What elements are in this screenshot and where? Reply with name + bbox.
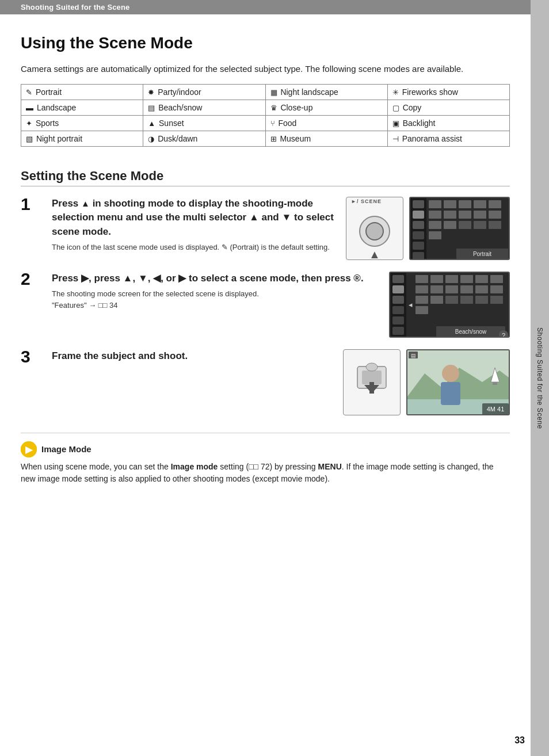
- step-1-images: ►/ SCENE ▲: [346, 197, 510, 260]
- svg-rect-4: [413, 221, 424, 229]
- table-cell: ✎ Portrait: [21, 84, 143, 100]
- step-2-sub-text-1: The shooting mode screen for the selecte…: [52, 289, 382, 299]
- table-row: ✦ Sports ▲ Sunset ⑂ Food ▣ Backlight: [21, 115, 510, 131]
- table-cell: ▬ Landscape: [21, 100, 143, 115]
- svg-text:Beach/snow: Beach/snow: [455, 329, 487, 335]
- step-2-content: Press ▶, press ▲, ▼, ◀, or ▶ to select a…: [52, 272, 510, 338]
- table-cell: ♛ Close-up: [265, 100, 387, 115]
- svg-text:Portrait: Portrait: [473, 251, 491, 257]
- step-2-images: ◂: [389, 272, 510, 338]
- note-title: Image Mode: [41, 444, 92, 454]
- table-cell: ◑ Dusk/dawn: [143, 131, 265, 146]
- svg-rect-33: [392, 327, 404, 335]
- landscape-icon: ▬: [26, 104, 33, 112]
- table-cell: ✳ Fireworks show: [387, 84, 509, 100]
- step-1-sub-text: The icon of the last scene mode used is …: [52, 242, 339, 253]
- step-3-main-text: Frame the subject and shoot.: [52, 349, 336, 364]
- svg-rect-38: [460, 275, 473, 283]
- step-1-content: Press ▲ in shooting mode to display the …: [52, 197, 510, 260]
- svg-rect-42: [430, 285, 443, 293]
- party-icon: ✸: [148, 88, 154, 97]
- step-3-images: ▤ 4M 41: [343, 349, 510, 415]
- night-landscape-icon: ▦: [270, 88, 277, 97]
- step-2-sub-text-2: "Features" → □□ 34: [52, 300, 382, 311]
- museum-icon: ⊞: [270, 135, 277, 143]
- step-2-menu-screen: ◂: [389, 272, 510, 338]
- svg-rect-32: [392, 316, 404, 324]
- step-1-main-text: Press ▲ in shooting mode to display the …: [52, 197, 339, 239]
- closeup-icon: ♛: [270, 104, 277, 112]
- svg-rect-14: [444, 211, 456, 219]
- note-icon: ▶: [21, 441, 37, 457]
- night-portrait-icon: ▧: [26, 135, 33, 143]
- svg-rect-50: [460, 296, 473, 304]
- svg-rect-19: [444, 221, 456, 229]
- svg-rect-21: [474, 221, 486, 229]
- svg-text:4M  41: 4M 41: [487, 406, 505, 413]
- svg-rect-7: [413, 252, 424, 260]
- header-bar: Shooting Suited for the Scene: [0, 0, 531, 14]
- svg-rect-2: [413, 200, 424, 208]
- step-2-main-text: Press ▶, press ▲, ▼, ◀, or ▶ to select a…: [52, 272, 382, 286]
- note-title-row: ▶ Image Mode: [21, 441, 510, 457]
- table-cell: ⊞ Museum: [265, 131, 387, 146]
- beach-icon: ▤: [148, 104, 155, 112]
- scene-label: Copy: [403, 103, 422, 112]
- table-cell: ▲ Sunset: [143, 115, 265, 131]
- svg-text:▶: ▶: [25, 445, 33, 455]
- page-number: 33: [514, 735, 525, 746]
- page-title: Using the Scene Mode: [21, 34, 510, 52]
- step-2-row: 2 Press ▶, press ▲, ▼, ◀, or ▶ to select…: [21, 272, 510, 338]
- scene-label: Portrait: [36, 87, 62, 97]
- svg-rect-16: [474, 211, 486, 219]
- table-cell: ⑂ Food: [265, 115, 387, 131]
- svg-rect-52: [490, 296, 503, 304]
- scene-label: Close-up: [280, 103, 312, 112]
- svg-rect-15: [459, 211, 471, 219]
- table-cell: ✦ Sports: [21, 115, 143, 131]
- steps-container: 1 Press ▲ in shooting mode to display th…: [21, 197, 510, 415]
- scene-label: Night landscape: [280, 87, 338, 97]
- side-tab-text: Shooting Suited for the Scene: [536, 327, 544, 429]
- svg-rect-51: [475, 296, 488, 304]
- scene-label: Sports: [36, 119, 59, 128]
- scene-label: Beach/snow: [158, 103, 202, 112]
- svg-rect-35: [415, 275, 428, 283]
- dusk-icon: ◑: [148, 135, 154, 143]
- svg-rect-49: [445, 296, 458, 304]
- step-3-shutter-illustration: [343, 349, 401, 415]
- sports-icon: ✦: [26, 119, 32, 128]
- table-row: ▬ Landscape ▤ Beach/snow ♛ Close-up ▢ Co…: [21, 100, 510, 115]
- svg-rect-9: [444, 200, 456, 208]
- svg-text:▤: ▤: [411, 353, 416, 358]
- side-tab: Shooting Suited for the Scene: [531, 0, 549, 756]
- image-mode-icon: ▶: [21, 441, 37, 457]
- table-cell: ⊣ Panorama assist: [387, 131, 509, 146]
- shutter-svg: [352, 362, 392, 402]
- step-3-camera-preview: ▤ 4M 41: [406, 349, 510, 415]
- header-section-label: Shooting Suited for the Scene: [21, 3, 129, 12]
- svg-rect-39: [475, 275, 488, 283]
- svg-rect-47: [415, 296, 428, 304]
- step-1-row: 1 Press ▲ in shooting mode to display th…: [21, 197, 510, 260]
- step-1-number: 1: [21, 194, 41, 214]
- step-1-menu-svg: Portrait: [409, 197, 510, 260]
- step-1-camera-button-illustration: ►/ SCENE ▲: [346, 197, 403, 260]
- svg-rect-3: [413, 211, 424, 219]
- sunset-icon: ▲: [148, 119, 155, 128]
- svg-rect-29: [392, 285, 404, 293]
- camera-button-circle: [359, 216, 390, 247]
- scene-label: Fireworks show: [402, 87, 458, 97]
- table-cell: ▢ Copy: [387, 100, 509, 115]
- svg-rect-30: [392, 296, 404, 304]
- intro-text: Camera settings are automatically optimi…: [21, 63, 510, 76]
- table-cell: ▦ Night landscape: [265, 84, 387, 100]
- svg-rect-37: [445, 275, 458, 283]
- svg-rect-48: [430, 296, 443, 304]
- svg-rect-10: [459, 200, 471, 208]
- step-3-row: 3 Frame the subject and shoot.: [21, 349, 510, 415]
- portrait-icon: ✎: [26, 88, 32, 97]
- svg-rect-53: [415, 306, 428, 314]
- svg-text:?: ?: [502, 332, 505, 338]
- step-2-menu-svg: ◂: [389, 272, 510, 338]
